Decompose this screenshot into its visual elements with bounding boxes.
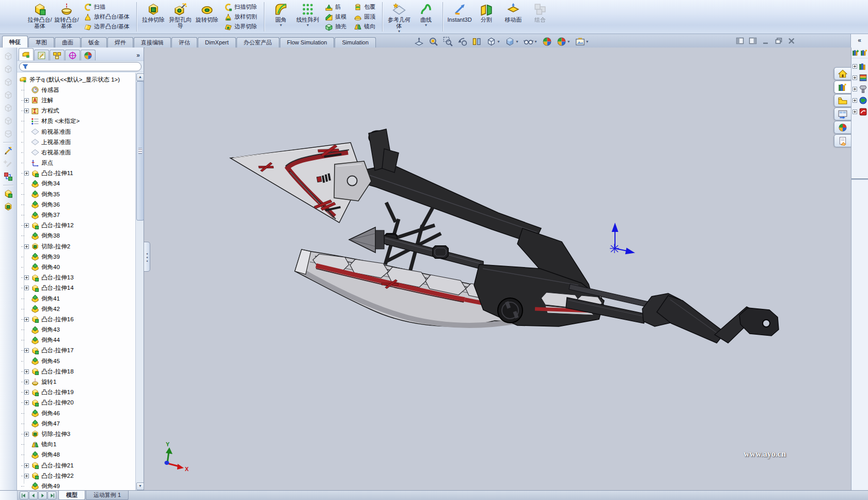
move-face-button[interactable]: 移动面	[500, 1, 527, 33]
tree-item[interactable]: 材质 <未指定>	[17, 116, 136, 127]
manager-tab-configurationmanager[interactable]	[50, 50, 65, 60]
nav-next-button[interactable]	[38, 491, 47, 499]
revolve-cut-button[interactable]: 旋转切除	[194, 1, 220, 33]
tree-item[interactable]: 倒角48	[17, 450, 136, 460]
library-sparkle-button[interactable]	[860, 49, 867, 56]
tree-item[interactable]: 倒角44	[17, 335, 136, 346]
expand-toggle[interactable]	[853, 110, 857, 114]
expand-toggle[interactable]	[24, 474, 29, 478]
study-tab-motion-study-1[interactable]: 运动算例 1	[86, 491, 129, 500]
boss-extrude-button[interactable]: 拉伸凸台/基体	[26, 1, 53, 33]
linear-pattern-button[interactable]: 线性阵列▼	[294, 1, 321, 33]
scroll-down-arrow-icon[interactable]: ▼	[136, 482, 144, 490]
feature-filter-input[interactable]	[30, 63, 138, 70]
boss-extrude-button[interactable]	[4, 189, 13, 198]
graphics-viewport[interactable]: Y X www.ayo.cn	[145, 48, 851, 491]
tab-sheet-metal[interactable]: 钣金	[81, 37, 107, 48]
tree-item[interactable]: 凸台-拉伸13	[17, 273, 136, 283]
task-pane-divider[interactable]	[851, 178, 868, 180]
library-tree-item[interactable]	[851, 83, 868, 95]
loft-button[interactable]: 放样凸台/基体	[82, 12, 132, 22]
tree-item[interactable]: 倒角37	[17, 210, 136, 220]
cut-extrude-button[interactable]: 拉伸切除	[140, 1, 167, 33]
tree-item[interactable]: 倒角42	[17, 304, 136, 314]
view-settings-button[interactable]: ▼	[556, 36, 572, 48]
expand-toggle[interactable]	[24, 108, 29, 113]
nav-last-button[interactable]	[48, 491, 56, 499]
sweep-cut-button[interactable]: 扫描切除	[222, 2, 259, 12]
tree-item[interactable]: 倒角35	[17, 189, 136, 199]
rib-button[interactable]: 筋	[323, 2, 349, 12]
display-style-button[interactable]: ▼	[504, 36, 520, 48]
tree-item[interactable]: 右视基准面	[17, 147, 136, 158]
tree-item[interactable]: 上视基准面	[17, 137, 136, 147]
expand-toggle[interactable]	[853, 98, 857, 103]
library-add-button[interactable]	[852, 49, 859, 56]
feature-filter-box[interactable]	[19, 62, 141, 71]
expand-toggle[interactable]	[24, 244, 29, 249]
tree-item[interactable]: 切除-拉伸2	[17, 241, 136, 252]
camera-scene-button[interactable]: ▼	[574, 36, 590, 48]
task-pane-tab-design-library[interactable]	[834, 81, 851, 93]
tree-item[interactable]: 传感器	[17, 85, 136, 95]
tree-item[interactable]: 凸台-拉伸16	[17, 314, 136, 324]
expand-toggle[interactable]	[24, 317, 29, 322]
normal-to-button[interactable]	[413, 36, 425, 48]
tab-features[interactable]: 特征	[2, 36, 28, 48]
edit-component-button[interactable]	[4, 172, 13, 181]
tree-item[interactable]: 凸台-拉伸20	[17, 398, 136, 408]
tree-item[interactable]: A注解	[17, 95, 136, 105]
tree-item[interactable]: 倒角47	[17, 418, 136, 429]
dropdown-arrow-icon[interactable]: ▼	[497, 40, 500, 43]
manager-tab-propertymanager[interactable]	[34, 50, 49, 60]
tree-item[interactable]: 凸台-拉伸18	[17, 366, 136, 377]
tab-overflow-chevron[interactable]: »	[136, 52, 142, 60]
revolve-boss-button[interactable]: 旋转凸台/基体	[53, 1, 80, 33]
expand-toggle[interactable]	[24, 275, 29, 280]
tree-item[interactable]: 凸台-拉伸21	[17, 460, 136, 471]
dropdown-arrow-icon[interactable]: ▼	[567, 40, 571, 43]
apply-scene-button[interactable]	[541, 36, 553, 48]
3d-model-axe[interactable]: Y X	[145, 48, 851, 491]
wrap-button[interactable]: 包覆	[352, 2, 377, 12]
task-pane-tab-custom-properties[interactable]	[834, 134, 851, 147]
cut-extrude-button[interactable]	[4, 202, 13, 211]
instant3d-button[interactable]: Instant3D	[446, 1, 473, 33]
expand-toggle[interactable]	[24, 98, 29, 103]
tab-simulation[interactable]: Simulation	[335, 37, 375, 48]
tree-item[interactable]: 凸台-拉伸17	[17, 346, 136, 356]
dropdown-arrow-icon[interactable]: ▼	[279, 23, 283, 27]
expand-toggle[interactable]	[24, 390, 29, 395]
previous-view-button[interactable]	[456, 36, 468, 48]
tree-item[interactable]: 凸台-拉伸12	[17, 221, 136, 231]
draft-button[interactable]: 拔模	[323, 12, 349, 22]
study-tab-model[interactable]: 模型	[58, 491, 85, 500]
tree-item[interactable]: 凸台-拉伸22	[17, 471, 136, 481]
dropdown-arrow-icon[interactable]: ▼	[515, 40, 519, 43]
task-pane-tab-appearances[interactable]	[834, 121, 851, 134]
library-tree-item[interactable]	[851, 95, 868, 106]
sweep-button[interactable]: 扫描	[82, 2, 132, 12]
boundary-button[interactable]: 边界凸台/基体	[82, 22, 132, 32]
expand-toggle[interactable]	[24, 380, 29, 384]
tree-item[interactable]: 倒角39	[17, 252, 136, 262]
expand-toggle[interactable]	[24, 369, 29, 374]
zoom-to-area-button[interactable]	[442, 36, 454, 48]
tree-item[interactable]: 凸台-拉伸11	[17, 168, 136, 179]
tab-dimxpert[interactable]: DimXpert	[198, 37, 236, 48]
hole-wizard-button[interactable]: 异型孔向导	[167, 1, 194, 33]
task-pane-tab-view-palette[interactable]	[834, 107, 851, 120]
loft-cut-button[interactable]: 放样切割	[222, 12, 259, 22]
tab-direct-editing[interactable]: 直接编辑	[134, 37, 171, 48]
tree-item[interactable]: 凸台-拉伸19	[17, 387, 136, 398]
library-tree-item[interactable]	[851, 106, 868, 117]
manager-tab-featuremanager[interactable]	[19, 48, 34, 60]
shell-button[interactable]: 抽壳	[323, 22, 349, 32]
expand-toggle[interactable]	[24, 223, 29, 228]
tree-item[interactable]: 倒角40	[17, 262, 136, 272]
dropdown-arrow-icon[interactable]: ▼	[534, 40, 538, 43]
tab-weldments[interactable]: 焊件	[107, 37, 133, 48]
fillet-button[interactable]: 圆角▼	[267, 1, 294, 33]
tree-item[interactable]: 凸台-拉伸14	[17, 283, 136, 293]
tree-item[interactable]: 前视基准面	[17, 127, 136, 137]
